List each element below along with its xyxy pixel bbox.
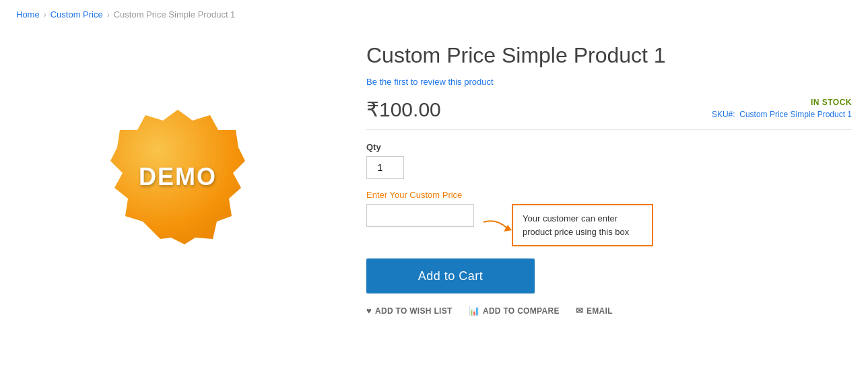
add-to-cart-button[interactable]: Add to Cart bbox=[366, 258, 535, 293]
product-image-area: DEMO bbox=[16, 36, 339, 318]
product-layout: DEMO Custom Price Simple Product 1 Be th… bbox=[0, 29, 868, 339]
compare-label: ADD TO COMPARE bbox=[483, 306, 560, 316]
sku-line: SKU#: Custom Price Simple Product 1 bbox=[712, 110, 852, 119]
add-to-cart-label: Add to Cart bbox=[418, 269, 483, 283]
add-to-wish-list-link[interactable]: ♥ ADD TO WISH LIST bbox=[366, 306, 453, 316]
product-price: ₹100.00 bbox=[366, 98, 441, 121]
qty-label: Qty bbox=[366, 142, 852, 152]
breadcrumb-current: Custom Price Simple Product 1 bbox=[114, 9, 236, 20]
breadcrumb-sep-1: › bbox=[44, 10, 46, 20]
heart-icon: ♥ bbox=[366, 306, 372, 316]
email-icon: ✉ bbox=[576, 306, 583, 316]
breadcrumb-custom-price[interactable]: Custom Price bbox=[51, 9, 103, 20]
custom-price-input[interactable] bbox=[366, 204, 474, 227]
product-title: Custom Price Simple Product 1 bbox=[366, 42, 852, 68]
sku-label: SKU#: bbox=[712, 110, 735, 119]
breadcrumb-sep-2: › bbox=[107, 10, 110, 20]
breadcrumb: Home › Custom Price › Custom Price Simpl… bbox=[0, 0, 868, 29]
stock-status: IN STOCK bbox=[712, 98, 852, 107]
wish-list-label: ADD TO WISH LIST bbox=[375, 306, 453, 316]
qty-section: Qty bbox=[366, 142, 852, 179]
demo-badge-text: DEMO bbox=[139, 163, 217, 191]
add-to-compare-link[interactable]: 📊 ADD TO COMPARE bbox=[469, 306, 560, 316]
demo-badge-shape: DEMO bbox=[110, 110, 245, 244]
review-link[interactable]: Be the first to review this product bbox=[366, 77, 494, 87]
compare-icon: 📊 bbox=[469, 306, 479, 316]
sku-value: Custom Price Simple Product 1 bbox=[739, 110, 852, 119]
tooltip-arrow-icon bbox=[482, 217, 512, 237]
breadcrumb-home[interactable]: Home bbox=[16, 9, 40, 20]
demo-badge: DEMO bbox=[104, 103, 252, 251]
tooltip-arrow-wrap: Your customer can enter product price us… bbox=[482, 204, 653, 246]
tooltip-box: Your customer can enter product price us… bbox=[512, 204, 653, 246]
custom-price-section: Enter Your Custom Price Your customer ca… bbox=[366, 190, 852, 246]
price-row: ₹100.00 IN STOCK SKU#: Custom Price Simp… bbox=[366, 98, 852, 121]
email-label: EMAIL bbox=[587, 306, 613, 316]
custom-price-row: Your customer can enter product price us… bbox=[366, 204, 852, 246]
product-info-area: Custom Price Simple Product 1 Be the fir… bbox=[366, 36, 852, 318]
stock-sku-area: IN STOCK SKU#: Custom Price Simple Produ… bbox=[712, 98, 852, 119]
tooltip-text: Your customer can enter product price us… bbox=[523, 213, 629, 237]
custom-price-label: Enter Your Custom Price bbox=[366, 190, 852, 200]
action-links: ♥ ADD TO WISH LIST 📊 ADD TO COMPARE ✉ EM… bbox=[366, 306, 852, 316]
qty-input[interactable] bbox=[366, 156, 404, 179]
divider bbox=[366, 129, 852, 130]
email-link[interactable]: ✉ EMAIL bbox=[576, 306, 613, 316]
